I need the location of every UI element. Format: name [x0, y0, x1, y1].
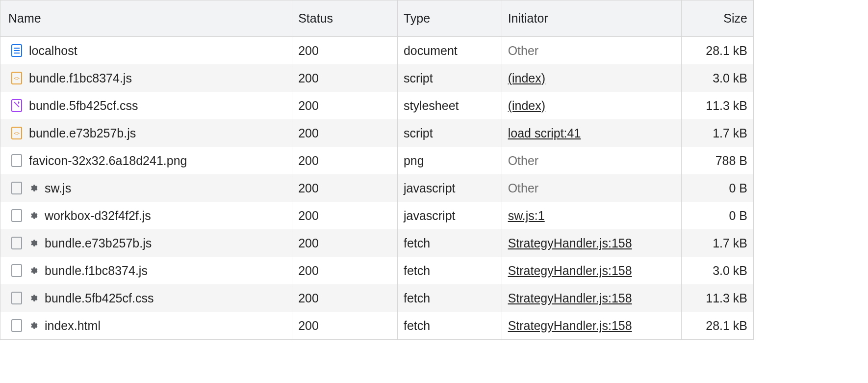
- cell-size: 28.1 kB: [682, 37, 753, 64]
- cell-name[interactable]: bundle.f1bc8374.js: [0, 257, 292, 284]
- cell-type: javascript: [398, 202, 502, 229]
- svg-text:<>: <>: [14, 76, 20, 81]
- request-name: bundle.e73b257b.js: [45, 236, 152, 250]
- cell-status: 200: [292, 64, 398, 92]
- cell-type: stylesheet: [398, 92, 502, 119]
- request-name: bundle.5fb425cf.css: [45, 291, 153, 305]
- svg-rect-15: [12, 320, 22, 331]
- gear-icon: [29, 211, 38, 220]
- table-row[interactable]: bundle.5fb425cf.css200fetchStrategyHandl…: [0, 284, 753, 312]
- column-header-name[interactable]: Name: [0, 0, 292, 36]
- table-row[interactable]: <>bundle.f1bc8374.js200script(index)3.0 …: [0, 64, 753, 92]
- cell-name[interactable]: <>bundle.f1bc8374.js: [0, 64, 292, 92]
- initiator-link[interactable]: StrategyHandler.js:158: [508, 236, 632, 250]
- column-header-status[interactable]: Status: [292, 0, 398, 36]
- cell-initiator[interactable]: sw.js:1: [502, 202, 682, 229]
- column-header-type[interactable]: Type: [398, 0, 502, 36]
- column-header-initiator[interactable]: Initiator: [502, 0, 682, 36]
- cell-name[interactable]: sw.js: [0, 174, 292, 202]
- cell-name[interactable]: <>bundle.e73b257b.js: [0, 119, 292, 147]
- network-table: Name Status Type Initiator Size localhos…: [0, 0, 754, 340]
- cell-status: 200: [292, 174, 398, 202]
- cell-name[interactable]: bundle.e73b257b.js: [0, 229, 292, 257]
- cell-type: fetch: [398, 312, 502, 339]
- initiator-text: Other: [508, 181, 539, 195]
- gear-icon: [29, 266, 38, 275]
- cell-name[interactable]: bundle.5fb425cf.css: [0, 92, 292, 119]
- cell-initiator[interactable]: load script:41: [502, 119, 682, 147]
- cell-type: png: [398, 147, 502, 174]
- cell-initiator[interactable]: (index): [502, 92, 682, 119]
- cell-initiator[interactable]: StrategyHandler.js:158: [502, 284, 682, 312]
- svg-rect-13: [12, 265, 22, 276]
- request-name: workbox-d32f4f2f.js: [45, 209, 151, 223]
- cell-status: 200: [292, 312, 398, 339]
- cell-status: 200: [292, 284, 398, 312]
- gear-icon: [29, 239, 38, 247]
- table-row[interactable]: bundle.f1bc8374.js200fetchStrategyHandle…: [0, 257, 753, 284]
- cell-type: script: [398, 119, 502, 147]
- initiator-link[interactable]: sw.js:1: [508, 209, 545, 223]
- cell-status: 200: [292, 119, 398, 147]
- cell-name[interactable]: localhost: [0, 37, 292, 64]
- file-icon: [10, 292, 23, 304]
- request-name: bundle.5fb425cf.css: [29, 99, 138, 113]
- table-row[interactable]: bundle.5fb425cf.css200stylesheet(index)1…: [0, 92, 753, 119]
- cell-status: 200: [292, 229, 398, 257]
- file-icon: [10, 154, 23, 167]
- request-name: bundle.f1bc8374.js: [29, 71, 132, 85]
- column-header-size[interactable]: Size: [682, 0, 753, 36]
- cell-size: 11.3 kB: [682, 92, 753, 119]
- initiator-link[interactable]: StrategyHandler.js:158: [508, 319, 632, 333]
- table-row[interactable]: favicon-32x32.6a18d241.png200pngOther788…: [0, 147, 753, 174]
- request-name: sw.js: [45, 181, 71, 195]
- cell-size: 3.0 kB: [682, 257, 753, 284]
- cell-status: 200: [292, 147, 398, 174]
- cell-name[interactable]: index.html: [0, 312, 292, 339]
- cell-initiator[interactable]: (index): [502, 64, 682, 92]
- file-icon: [10, 237, 23, 249]
- file-icon: [10, 319, 23, 332]
- cell-type: fetch: [398, 229, 502, 257]
- gear-icon: [29, 294, 38, 302]
- file-icon: [10, 209, 23, 222]
- initiator-link[interactable]: StrategyHandler.js:158: [508, 291, 632, 305]
- file-icon: [10, 182, 23, 194]
- initiator-link[interactable]: load script:41: [508, 126, 581, 140]
- file-icon: [10, 264, 23, 277]
- cell-status: 200: [292, 257, 398, 284]
- table-row[interactable]: localhost200documentOther28.1 kB: [0, 37, 753, 64]
- request-name: bundle.e73b257b.js: [29, 126, 136, 140]
- cell-type: script: [398, 64, 502, 92]
- cell-status: 200: [292, 92, 398, 119]
- cell-type: document: [398, 37, 502, 64]
- cell-initiator[interactable]: StrategyHandler.js:158: [502, 229, 682, 257]
- cell-name[interactable]: workbox-d32f4f2f.js: [0, 202, 292, 229]
- cell-initiator: Other: [502, 147, 682, 174]
- initiator-link[interactable]: (index): [508, 99, 545, 113]
- table-row[interactable]: sw.js200javascriptOther0 B: [0, 174, 753, 202]
- initiator-link[interactable]: (index): [508, 71, 545, 85]
- cell-initiator[interactable]: StrategyHandler.js:158: [502, 257, 682, 284]
- cell-size: 0 B: [682, 202, 753, 229]
- cell-type: fetch: [398, 284, 502, 312]
- gear-icon: [29, 184, 38, 192]
- svg-rect-11: [12, 210, 22, 221]
- cell-size: 1.7 kB: [682, 119, 753, 147]
- table-row[interactable]: <>bundle.e73b257b.js200scriptload script…: [0, 119, 753, 147]
- cell-initiator: Other: [502, 37, 682, 64]
- table-row[interactable]: index.html200fetchStrategyHandler.js:158…: [0, 312, 753, 339]
- cell-type: fetch: [398, 257, 502, 284]
- svg-rect-10: [12, 182, 22, 194]
- table-row[interactable]: workbox-d32f4f2f.js200javascriptsw.js:10…: [0, 202, 753, 229]
- cell-initiator[interactable]: StrategyHandler.js:158: [502, 312, 682, 339]
- initiator-link[interactable]: StrategyHandler.js:158: [508, 264, 632, 278]
- cell-status: 200: [292, 202, 398, 229]
- cell-size: 0 B: [682, 174, 753, 202]
- initiator-text: Other: [508, 44, 539, 58]
- table-row[interactable]: bundle.e73b257b.js200fetchStrategyHandle…: [0, 229, 753, 257]
- cell-name[interactable]: bundle.5fb425cf.css: [0, 284, 292, 312]
- cell-name[interactable]: favicon-32x32.6a18d241.png: [0, 147, 292, 174]
- gear-icon: [29, 321, 38, 330]
- cell-status: 200: [292, 37, 398, 64]
